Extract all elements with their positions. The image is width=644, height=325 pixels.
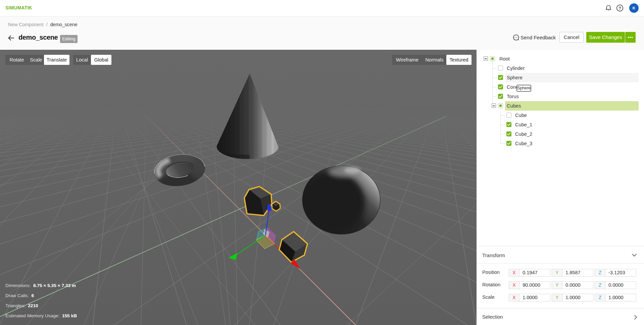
svg-text:?: ? xyxy=(618,6,621,11)
